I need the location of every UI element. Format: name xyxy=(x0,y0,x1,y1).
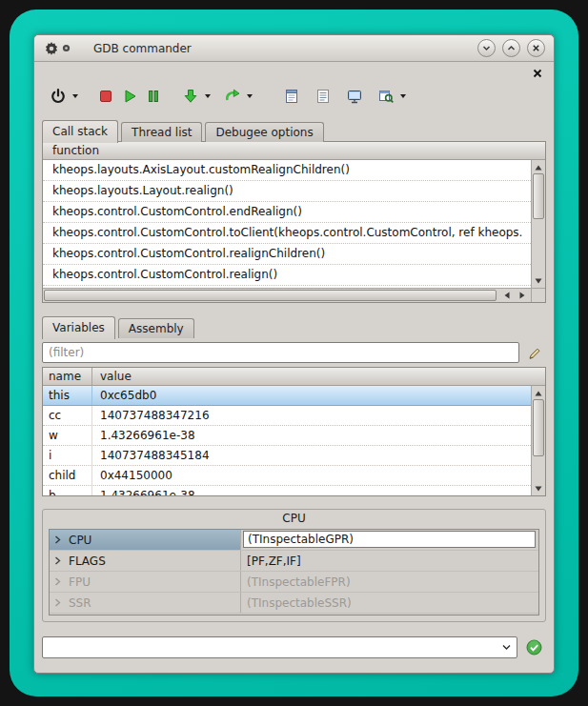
cpu-property-grid: CPU (TInspectableGPR) FLAGS [PF,ZF,IF] xyxy=(49,529,539,615)
vertical-scrollbar[interactable] xyxy=(531,386,545,495)
combobox-dropdown-icon[interactable] xyxy=(497,637,515,657)
expander-icon[interactable] xyxy=(50,530,66,550)
callstack-row[interactable]: kheops.layouts.AxisLayout.customRealignC… xyxy=(43,160,531,181)
stop-button[interactable] xyxy=(93,84,117,110)
cpu-grid-row[interactable]: FPU (TInspectableFPR) xyxy=(50,572,538,593)
filter-input[interactable] xyxy=(42,342,519,363)
variable-value: 1.43266961e-38 xyxy=(92,426,531,445)
step-into-dropdown[interactable] xyxy=(202,84,213,110)
pause-button[interactable] xyxy=(141,84,165,110)
close-icon xyxy=(531,43,541,53)
scroll-right-icon[interactable] xyxy=(515,289,530,302)
horizontal-scrollbar[interactable] xyxy=(43,288,531,302)
tab-variables[interactable]: Variables xyxy=(42,316,115,339)
pause-icon xyxy=(145,88,162,105)
list-icon xyxy=(314,88,332,105)
scroll-up-icon[interactable] xyxy=(532,161,545,173)
expander-icon[interactable] xyxy=(50,551,66,571)
vertical-scrollbar[interactable] xyxy=(531,160,545,288)
close-icon xyxy=(533,69,542,78)
scrollbar-thumb[interactable] xyxy=(44,290,497,301)
minimize-button[interactable] xyxy=(477,39,496,57)
tab-assembly[interactable]: Assembly xyxy=(118,318,194,338)
register-group-name: FLAGS xyxy=(66,551,240,571)
variable-row[interactable]: child 0x44150000 xyxy=(43,466,531,486)
register-group-value[interactable]: (TInspectableSSR) xyxy=(240,593,538,613)
variable-row[interactable]: b 1.43266961e-38 xyxy=(43,486,531,495)
callstack-column-header[interactable]: function xyxy=(43,142,545,160)
command-input[interactable] xyxy=(47,638,496,656)
callstack-row[interactable]: kheops.control.CustomControl.realign() xyxy=(43,265,531,286)
variable-row[interactable]: i 140737488345184 xyxy=(43,446,531,466)
variable-name: w xyxy=(43,426,92,445)
inspect-dropdown[interactable] xyxy=(397,84,408,110)
chevron-down-icon xyxy=(481,43,492,53)
expander-icon[interactable] xyxy=(50,572,66,592)
variable-value: 140737488345184 xyxy=(92,446,531,465)
callstack-list: kheops.layouts.AxisLayout.customRealignC… xyxy=(43,160,531,288)
step-into-button[interactable] xyxy=(178,84,202,110)
inspect-button[interactable] xyxy=(374,84,397,110)
variable-name: this xyxy=(43,386,92,405)
tab-thread-list[interactable]: Thread list xyxy=(121,122,202,142)
scroll-up-icon[interactable] xyxy=(532,387,545,399)
maximize-button[interactable] xyxy=(502,39,520,57)
filter-row xyxy=(42,342,546,364)
cpu-grid-row[interactable]: CPU (TInspectableGPR) xyxy=(50,530,538,551)
column-header-name[interactable]: name xyxy=(43,368,92,385)
app-icon xyxy=(44,41,71,56)
scroll-down-icon[interactable] xyxy=(532,482,545,494)
send-command-button[interactable] xyxy=(525,638,543,656)
command-combobox[interactable] xyxy=(42,636,517,658)
monitor-button[interactable] xyxy=(342,84,366,110)
dropdown-arrow-icon xyxy=(400,94,406,98)
list-button[interactable] xyxy=(311,84,335,110)
tab-debugee-options[interactable]: Debugee options xyxy=(205,122,323,142)
variable-value: 0xc65db0 xyxy=(92,386,531,405)
variable-value: 0x44150000 xyxy=(92,466,531,485)
variable-row[interactable]: w 1.43266961e-38 xyxy=(43,426,531,446)
window-title: GDB commander xyxy=(93,42,192,55)
tab-call-stack[interactable]: Call stack xyxy=(42,120,118,143)
step-over-icon xyxy=(224,88,241,105)
variable-row[interactable]: this 0xc65db0 xyxy=(43,386,531,406)
step-over-button[interactable] xyxy=(220,84,244,110)
callstack-row[interactable]: kheops.control.CustomControl.toClient(kh… xyxy=(43,223,531,244)
step-into-icon xyxy=(182,88,199,105)
callstack-row[interactable]: kheops.control.CustomControl.realignChil… xyxy=(43,244,531,265)
monitor-icon xyxy=(346,88,363,105)
scroll-left-icon[interactable] xyxy=(499,289,515,302)
variable-name: b xyxy=(43,486,92,495)
close-button[interactable] xyxy=(527,39,545,57)
titlebar[interactable]: GDB commander xyxy=(34,35,554,62)
editor-button[interactable] xyxy=(279,84,303,110)
check-icon xyxy=(526,639,542,656)
scroll-down-icon[interactable] xyxy=(532,274,545,287)
register-group-name: CPU xyxy=(66,530,240,550)
command-row xyxy=(42,636,546,658)
register-group-name: FPU xyxy=(66,572,240,592)
register-group-value[interactable]: (TInspectableFPR) xyxy=(240,572,538,592)
power-dropdown[interactable] xyxy=(70,84,80,110)
run-button[interactable] xyxy=(117,84,141,110)
stop-icon xyxy=(97,88,114,105)
column-header-value[interactable]: value xyxy=(92,368,545,385)
chevron-up-icon xyxy=(506,43,517,53)
power-button[interactable] xyxy=(46,84,70,110)
callstack-row[interactable]: kheops.control.CustomControl.endRealign(… xyxy=(43,202,531,223)
expander-icon[interactable] xyxy=(50,593,66,613)
callstack-row[interactable]: kheops.layouts.Layout.realign() xyxy=(43,181,531,202)
register-group-value[interactable]: [PF,ZF,IF] xyxy=(240,551,538,571)
dock-close-button[interactable] xyxy=(531,67,544,80)
value-editor[interactable]: (TInspectableGPR) xyxy=(243,531,536,548)
register-group-value[interactable]: (TInspectableGPR) xyxy=(240,530,538,550)
variable-row[interactable]: cc 140737488347216 xyxy=(43,406,531,426)
step-over-dropdown[interactable] xyxy=(244,84,254,110)
scrollbar-thumb[interactable] xyxy=(533,399,544,456)
cpu-grid-row[interactable]: FLAGS [PF,ZF,IF] xyxy=(50,551,538,572)
scroll-arrows xyxy=(499,289,530,302)
cpu-grid-row[interactable]: SSR (TInspectableSSR) xyxy=(50,593,538,614)
scrollbar-thumb[interactable] xyxy=(533,173,544,219)
register-group-name: SSR xyxy=(66,593,240,613)
filter-pen-icon[interactable] xyxy=(526,345,543,362)
